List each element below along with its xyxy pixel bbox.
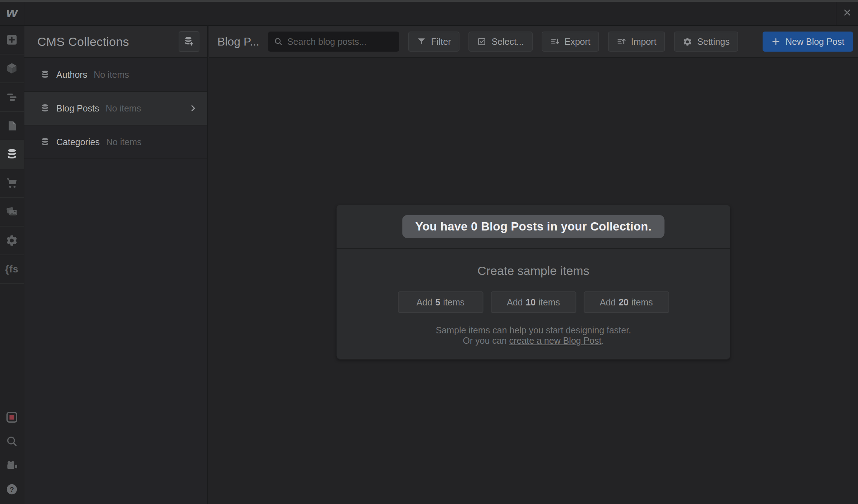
window-top-edge	[0, 0, 858, 2]
ecommerce-cart-icon	[5, 177, 18, 190]
collection-row-categories[interactable]: Categories No items	[24, 125, 207, 159]
sample-note-prefix: Or you can	[463, 336, 509, 346]
add-items-prefix: Add	[600, 297, 616, 308]
add-items-count: 10	[525, 297, 536, 308]
sample-note-line1: Sample items can help you start designin…	[337, 325, 730, 336]
record-button[interactable]	[0, 405, 24, 429]
empty-state-message: You have 0 Blog Posts in your Collection…	[402, 215, 665, 238]
collection-title: Blog P...	[217, 35, 259, 48]
empty-state-message-section: You have 0 Blog Posts in your Collection…	[337, 205, 730, 249]
settings-gear-icon	[5, 234, 18, 247]
create-sample-items-heading: Create sample items	[337, 264, 730, 278]
plus-icon	[771, 37, 781, 46]
collection-settings-button[interactable]: Settings	[674, 32, 738, 52]
cms-collections-panel: CMS Collections Authors No items Blog Po…	[24, 26, 208, 504]
import-button[interactable]: Import	[608, 32, 665, 52]
top-bar: w	[0, 0, 858, 26]
webflow-logo-icon: w	[6, 6, 17, 19]
webflow-logo-button[interactable]: w	[0, 0, 24, 25]
navigator-button[interactable]	[0, 83, 24, 112]
close-icon	[842, 8, 852, 18]
new-blog-post-label: New Blog Post	[786, 37, 844, 47]
add-10-items-button[interactable]: Add 10 items	[491, 291, 576, 313]
cms-collections-panel-header: CMS Collections	[24, 26, 207, 58]
add-5-items-button[interactable]: Add 5 items	[398, 291, 483, 313]
video-tutorials-button[interactable]	[0, 453, 24, 477]
new-blog-post-button[interactable]: New Blog Post	[763, 32, 853, 52]
add-items-suffix: items	[538, 297, 560, 308]
collection-name: Blog Posts	[56, 103, 99, 114]
collection-name: Categories	[56, 137, 100, 147]
collection-row-blog-posts[interactable]: Blog Posts No items	[24, 92, 207, 125]
filter-button[interactable]: Filter	[408, 32, 460, 52]
sample-buttons-row: Add 5 items Add 10 items Add 20 items	[337, 291, 730, 313]
sample-note-line2: Or you can create a new Blog Post.	[337, 336, 730, 346]
search-box[interactable]	[268, 32, 399, 52]
ecommerce-button[interactable]	[0, 169, 24, 198]
navigator-icon	[6, 91, 18, 103]
export-label: Export	[565, 37, 590, 47]
create-sample-items-section: Create sample items Add 5 items Add 10 i…	[337, 249, 730, 359]
add-items-count: 20	[618, 297, 628, 308]
checkbox-check-icon	[477, 37, 486, 46]
quick-find-button[interactable]	[0, 429, 24, 453]
components-button[interactable]	[0, 54, 24, 83]
import-icon	[617, 37, 626, 46]
select-button[interactable]: Select...	[468, 32, 532, 52]
import-label: Import	[631, 37, 656, 47]
empty-state-card: You have 0 Blog Posts in your Collection…	[337, 205, 730, 360]
create-new-blog-post-link[interactable]: create a new Blog Post	[509, 336, 602, 346]
add-items-suffix: items	[631, 297, 653, 308]
add-collection-button[interactable]	[179, 31, 199, 52]
filter-label: Filter	[431, 37, 451, 47]
panel-title: CMS Collections	[37, 35, 129, 49]
project-settings-button[interactable]	[0, 227, 24, 255]
help-button[interactable]: ?	[0, 477, 24, 501]
collection-count: No items	[106, 103, 141, 114]
sample-note-suffix: .	[602, 336, 604, 346]
export-button[interactable]: Export	[542, 32, 599, 52]
components-cube-icon	[5, 62, 18, 75]
export-icon	[550, 37, 560, 46]
add-collection-icon	[183, 36, 195, 47]
cms-collections-button[interactable]	[0, 141, 24, 169]
pages-icon	[6, 120, 18, 132]
search-icon	[274, 37, 283, 46]
add-20-items-button[interactable]: Add 20 items	[584, 291, 669, 313]
collection-row-authors[interactable]: Authors No items	[24, 58, 207, 92]
select-label: Select...	[491, 37, 524, 47]
help-icon: ?	[6, 483, 18, 495]
cms-database-icon	[5, 148, 18, 161]
add-element-button[interactable]	[0, 26, 24, 54]
svg-text:?: ?	[10, 485, 14, 493]
filter-funnel-icon	[417, 37, 426, 46]
rail-spacer	[0, 284, 24, 405]
add-items-prefix: Add	[507, 297, 523, 308]
top-bar-spacer	[24, 0, 836, 25]
chevron-right-icon	[189, 104, 197, 113]
pages-button[interactable]	[0, 112, 24, 141]
logic-button[interactable]: {fs	[0, 255, 24, 284]
add-items-suffix: items	[443, 297, 465, 308]
collection-name: Authors	[56, 70, 87, 80]
collection-database-icon	[40, 70, 50, 80]
collection-count: No items	[94, 70, 129, 80]
left-toolbar-rail: {fs ?	[0, 26, 24, 504]
quick-find-icon	[6, 435, 18, 447]
search-input[interactable]	[287, 37, 393, 47]
sample-items-note: Sample items can help you start designin…	[337, 325, 730, 346]
collection-database-icon	[40, 137, 50, 147]
assets-images-icon	[5, 205, 18, 218]
assets-button[interactable]	[0, 198, 24, 227]
add-items-count: 5	[435, 297, 440, 308]
logic-fs-icon: {fs	[5, 264, 19, 275]
close-cms-panel-button[interactable]	[836, 0, 858, 25]
video-tutorials-icon	[5, 459, 18, 472]
gear-icon	[683, 37, 692, 47]
settings-label: Settings	[697, 37, 730, 47]
collection-database-icon	[40, 104, 50, 113]
record-square-icon	[5, 411, 18, 424]
collection-count: No items	[106, 137, 142, 147]
collection-main-area: Blog P... Filter Select... Export	[209, 26, 858, 504]
add-element-icon	[6, 34, 18, 46]
